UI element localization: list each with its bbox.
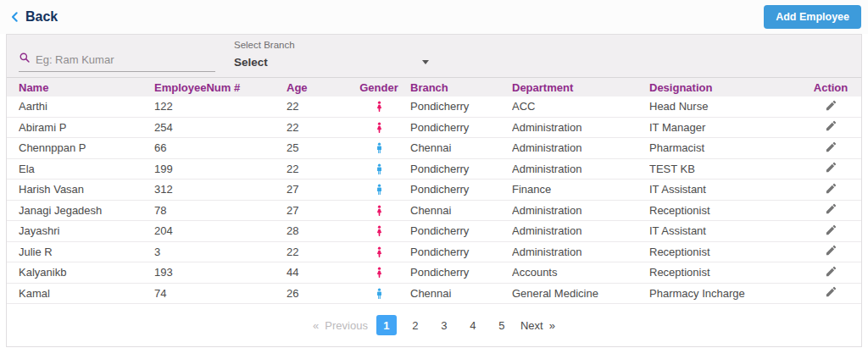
page-button-5[interactable]: 5 [492, 315, 512, 335]
cell-branch: Pondicherry [410, 246, 512, 258]
cell-designation: Receptionist [649, 246, 805, 258]
cell-branch: Chennai [410, 204, 512, 217]
cell-age: 44 [287, 266, 348, 279]
column-header-age: Age [287, 81, 348, 94]
edit-row-button[interactable] [825, 265, 837, 278]
edit-pencil-icon [825, 226, 837, 239]
edit-pencil-icon [825, 185, 837, 197]
next-page-button[interactable]: Next » [520, 319, 555, 332]
cell-name: Kamal [19, 287, 154, 300]
cell-branch: Pondicherry [410, 266, 512, 279]
edit-pencil-icon [825, 288, 837, 301]
cell-employeenum: 312 [154, 183, 287, 196]
search-icon [19, 52, 31, 67]
cell-branch: Chennai [410, 287, 512, 300]
page-button-4[interactable]: 4 [463, 315, 483, 335]
cell-employeenum: 122 [154, 100, 287, 113]
pagination-pages: 12345 [376, 315, 512, 335]
branch-select[interactable]: Select [234, 56, 429, 69]
cell-age: 26 [287, 287, 348, 300]
table-row: Kamal 74 26 Chennai General Medicine Pha… [7, 284, 861, 305]
cell-age: 28 [287, 224, 348, 237]
back-button[interactable]: Back [8, 9, 58, 25]
cell-branch: Pondicherry [410, 163, 512, 175]
next-label: Next [520, 319, 543, 332]
female-icon [348, 224, 410, 238]
previous-page-button[interactable]: « Previous [313, 319, 368, 332]
edit-row-button[interactable] [825, 182, 837, 195]
cell-employeenum: 78 [154, 204, 287, 217]
caret-down-icon [422, 60, 429, 64]
cell-employeenum: 199 [154, 163, 287, 175]
page-button-1[interactable]: 1 [376, 315, 397, 335]
male-icon [348, 141, 410, 155]
cell-age: 22 [287, 100, 348, 113]
chevron-left-icon [8, 10, 22, 24]
male-icon [348, 182, 410, 196]
edit-row-button[interactable] [825, 99, 837, 112]
column-header-name: Name [19, 81, 154, 94]
female-icon [348, 245, 410, 259]
cell-branch: Chennai [410, 141, 512, 154]
table-row: Harish Vasan 312 27 Pondicherry Finance … [7, 180, 861, 201]
edit-pencil-icon [825, 205, 837, 218]
cell-name: Julie R [19, 246, 154, 258]
edit-row-button[interactable] [825, 161, 837, 174]
cell-name: Janagi Jegadesh [19, 204, 154, 217]
cell-designation: IT Assistant [649, 224, 805, 237]
edit-row-button[interactable] [825, 244, 837, 257]
edit-row-button[interactable] [825, 141, 837, 153]
cell-department: Administration [512, 204, 649, 217]
cell-employeenum: 3 [154, 246, 287, 258]
cell-name: Chennppan P [19, 141, 154, 154]
search-input[interactable] [36, 53, 215, 66]
cell-designation: Pharmacist [649, 141, 805, 154]
branch-filter-label: Select Branch [234, 40, 429, 50]
page-button-3[interactable]: 3 [434, 315, 454, 335]
filter-bar: Select Branch Select [7, 35, 861, 77]
cell-age: 25 [287, 141, 348, 154]
edit-pencil-icon [825, 143, 837, 156]
cell-employeenum: 254 [154, 121, 287, 134]
cell-designation: Receptionist [649, 266, 805, 279]
cell-branch: Pondicherry [410, 100, 512, 113]
table-row: Jayashri 204 28 Pondicherry Administrati… [7, 221, 861, 242]
edit-pencil-icon [825, 246, 837, 259]
table-row: Janagi Jegadesh 78 27 Chennai Administra… [7, 201, 861, 222]
cell-name: Kalyanikb [19, 266, 154, 279]
cell-designation: IT Manager [649, 121, 805, 134]
edit-pencil-icon [825, 268, 837, 280]
cell-employeenum: 66 [154, 141, 287, 154]
cell-designation: Head Nurse [649, 100, 805, 113]
page-button-2[interactable]: 2 [405, 315, 426, 335]
back-label: Back [25, 9, 58, 25]
cell-designation: Receptionist [649, 204, 805, 217]
edit-pencil-icon [825, 102, 837, 114]
female-icon [348, 120, 410, 135]
column-header-designation: Designation [649, 81, 805, 94]
top-bar: Back Add Employee [0, 0, 868, 34]
cell-branch: Pondicherry [410, 121, 512, 134]
table-row: Julie R 3 22 Pondicherry Administration … [7, 242, 861, 263]
edit-row-button[interactable] [825, 224, 837, 236]
cell-name: Ela [19, 163, 154, 175]
cell-age: 22 [287, 163, 348, 175]
cell-designation: IT Assistant [649, 183, 805, 196]
cell-age: 22 [287, 246, 348, 258]
cell-department: Administration [512, 141, 649, 154]
cell-employeenum: 204 [154, 224, 287, 237]
edit-row-button[interactable] [825, 285, 837, 298]
column-header-department: Department [512, 81, 649, 94]
table-row: Aarthi 122 22 Pondicherry ACC Head Nurse [7, 97, 861, 118]
edit-row-button[interactable] [825, 119, 837, 132]
cell-name: Jayashri [19, 224, 154, 237]
search-field [19, 52, 215, 72]
cell-age: 22 [287, 121, 348, 134]
cell-branch: Pondicherry [410, 183, 512, 196]
cell-employeenum: 193 [154, 266, 287, 279]
male-icon [348, 286, 410, 301]
edit-row-button[interactable] [825, 202, 837, 215]
cell-designation: TEST KB [649, 163, 805, 175]
add-employee-button[interactable]: Add Employee [764, 5, 861, 29]
cell-age: 27 [287, 183, 348, 196]
